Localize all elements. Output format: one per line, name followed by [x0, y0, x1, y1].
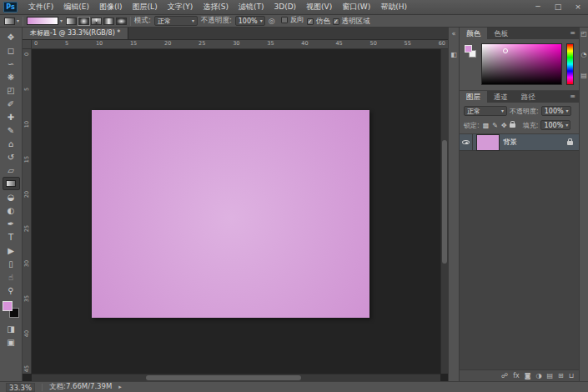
menu-item[interactable]: 文字(Y) [163, 0, 199, 14]
horizontal-scrollbar-thumb[interactable] [146, 375, 301, 380]
linear-gradient-button[interactable] [66, 18, 77, 25]
opacity-select[interactable]: 100% ▾ [235, 16, 265, 26]
layer-mask-button[interactable]: ◙ [525, 373, 531, 379]
canvas[interactable] [92, 110, 369, 318]
new-layer-button[interactable]: ⊞ [558, 373, 564, 379]
left-ruler[interactable]: 051015202530354045 [23, 49, 32, 374]
layer-style-button[interactable]: fx [513, 373, 520, 379]
horizontal-scrollbar[interactable] [32, 374, 440, 381]
marquee-tool[interactable]: ◻ [3, 43, 20, 57]
lock-image-pixels-button[interactable]: ✎ [491, 122, 499, 129]
color-swatches[interactable] [3, 301, 19, 318]
transparency-checkbox[interactable]: ✓透明区域 [333, 17, 370, 27]
delete-layer-button[interactable]: ⊔ [569, 373, 574, 379]
quick-selection-tool[interactable]: ❋ [3, 70, 20, 83]
layer-group-button[interactable]: ▤ [546, 373, 553, 379]
reverse-label: 反向 [290, 15, 304, 25]
ruler-number: 5 [65, 40, 68, 47]
eraser-tool[interactable]: ▱ [3, 163, 20, 177]
option-checkboxes: 反向✓仿色✓透明区域 [279, 15, 370, 27]
panel-color-swatches[interactable] [465, 43, 477, 86]
layers-panel-tab[interactable]: 通道 [487, 91, 515, 103]
diamond-gradient-button[interactable] [116, 18, 127, 25]
menu-item[interactable]: 编辑(E) [58, 0, 94, 14]
move-tool[interactable]: ✥ [3, 30, 20, 43]
crop-tool[interactable]: ◰ [3, 83, 20, 97]
close-button[interactable]: × [568, 0, 588, 14]
vertical-scrollbar-thumb[interactable] [442, 140, 447, 264]
angle-gradient-button[interactable] [91, 18, 102, 25]
brush-tool[interactable]: ✎ [3, 123, 20, 137]
dither-checkbox[interactable]: ✓仿色 [307, 17, 330, 27]
radial-gradient-button[interactable] [78, 18, 89, 25]
menu-item[interactable]: 帮助(H) [375, 0, 412, 14]
clone-stamp-tool[interactable]: ⌂ [3, 137, 20, 150]
layers-panel-tab[interactable]: 图层 [460, 91, 487, 103]
hand-tool[interactable]: ☝ [3, 270, 20, 284]
document-tab[interactable]: 未标题-1 @ 33.3%(RGB/8) * [23, 28, 128, 39]
collapsed-panel-mid[interactable]: ◔ [581, 51, 587, 58]
layer-fill-select[interactable]: 100% ▾ [540, 120, 570, 130]
collapse-panels[interactable]: « [452, 30, 456, 38]
menu-item[interactable]: 文件(F) [23, 0, 58, 14]
vertical-scrollbar[interactable] [440, 49, 448, 374]
menu-item[interactable]: 视图(V) [301, 0, 337, 14]
reflected-gradient-button[interactable] [103, 18, 114, 25]
panel-menu-icon[interactable]: ≡ [566, 28, 579, 39]
lock-all-button[interactable] [510, 121, 515, 129]
eyedropper-tool[interactable]: ✐ [3, 97, 20, 110]
color-panel-tab[interactable]: 颜色 [460, 28, 487, 39]
lock-position-button[interactable]: ✥ [500, 122, 508, 129]
history-brush-tool[interactable]: ↺ [3, 150, 20, 163]
reverse-checkbox[interactable]: 反向 [281, 15, 304, 25]
panel-foreground-swatch[interactable] [465, 45, 472, 53]
pen-tool[interactable]: ✒ [3, 217, 20, 230]
menu-item[interactable]: 选择(S) [198, 0, 234, 14]
panel-menu-icon[interactable]: ≡ [566, 91, 579, 103]
top-ruler[interactable]: 051015202530354045505560 [32, 40, 448, 48]
collapsed-panel[interactable]: ◧ [450, 51, 457, 58]
screen-mode[interactable]: ▣ [3, 335, 20, 349]
zoom-level-field[interactable]: 33.3% [6, 383, 35, 392]
hue-slider[interactable] [566, 43, 574, 85]
menu-item[interactable]: 图层(L) [128, 0, 163, 14]
shape-tool[interactable]: ▯ [3, 257, 20, 270]
crop-tool-icon: ◰ [7, 86, 14, 95]
menu-item[interactable]: 滤镜(T) [234, 0, 269, 14]
layer-row[interactable]: 背景 [460, 134, 579, 151]
visibility-toggle[interactable] [460, 134, 473, 150]
adjustment-layer-button[interactable]: ◑ [536, 373, 542, 379]
type-tool[interactable]: T [3, 230, 20, 244]
collapsed-panel-bottom[interactable]: ▤ [580, 72, 587, 79]
layer-blend-mode-select[interactable]: 正常 ▾ [464, 106, 507, 116]
healing-brush-tool[interactable]: ✚ [3, 110, 20, 123]
color-panel-tab[interactable]: 色板 [487, 28, 515, 39]
lock-transparent-pixels-button[interactable]: ▩ [482, 122, 490, 129]
tool-preset-picker[interactable]: ▾ [4, 18, 19, 25]
foreground-color-swatch[interactable] [3, 301, 13, 311]
dodge-tool[interactable]: ◐ [3, 204, 20, 217]
menu-item[interactable]: 窗口(W) [337, 0, 375, 14]
quick-mask-mode[interactable]: ◨ [3, 322, 20, 335]
gradient-picker[interactable]: ▾ [27, 17, 63, 25]
link-layers-button[interactable]: ☍ [501, 373, 508, 379]
mode-select[interactable]: 正常 ▾ [154, 16, 198, 26]
color-marker[interactable] [503, 48, 508, 53]
path-selection-tool[interactable]: ▶ [3, 244, 20, 257]
maximize-button[interactable]: □ [548, 0, 568, 14]
lasso-tool[interactable]: ∽ [3, 57, 20, 70]
collapsed-panel-top[interactable]: ◰ [580, 30, 587, 38]
menu-item[interactable]: 图像(I) [94, 0, 128, 14]
pressure-icon[interactable]: ◎ [269, 17, 275, 25]
layers-panel-tab[interactable]: 路径 [515, 91, 542, 103]
layer-opacity-select[interactable]: 100% ▾ [541, 106, 571, 116]
minimize-button[interactable]: ─ [528, 0, 548, 14]
menu-item[interactable]: 3D(D) [269, 0, 301, 14]
status-menu-arrow[interactable]: ▸ [118, 384, 122, 390]
gradient-tool[interactable] [3, 177, 20, 190]
zoom-tool[interactable]: ⚲ [3, 284, 20, 297]
saturation-brightness-field[interactable] [481, 43, 562, 85]
blur-tool[interactable]: ◒ [3, 190, 20, 204]
color-panel-tabs: 颜色色板 ≡ [460, 28, 579, 39]
layer-opacity-value: 100% [545, 108, 564, 115]
